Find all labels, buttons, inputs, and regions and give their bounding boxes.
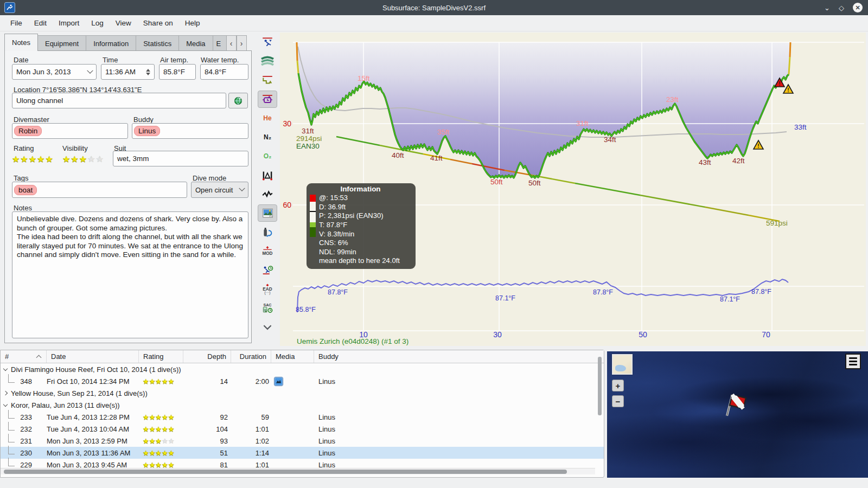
menu-item-log[interactable]: Log xyxy=(86,17,108,29)
star-icon[interactable]: ★ xyxy=(62,154,70,164)
star-icon[interactable]: ★ xyxy=(87,154,95,164)
location-input[interactable]: Ulong channel xyxy=(12,93,226,108)
photos-icon[interactable] xyxy=(258,204,277,222)
tab-equipment[interactable]: Equipment xyxy=(37,35,86,51)
column-header-date[interactable]: Date xyxy=(47,350,139,363)
tab-scroll-left-icon[interactable]: ‹ xyxy=(226,35,237,51)
dive-profile-chart[interactable]: 15ft31ft2914psiEAN3040ft41ft35ft50ft50ft… xyxy=(280,33,866,346)
star-icon[interactable]: ★ xyxy=(155,449,162,457)
tab-scroll-right-icon[interactable]: › xyxy=(237,35,247,51)
divemaster-input[interactable]: Robin xyxy=(12,123,128,139)
star-icon[interactable]: ★ xyxy=(162,413,168,421)
tab-media[interactable]: Media xyxy=(178,35,213,51)
star-icon[interactable]: ★ xyxy=(155,377,162,386)
star-icon[interactable]: ★ xyxy=(143,425,149,433)
air-temp-input[interactable]: 85.8°F xyxy=(159,64,196,80)
star-icon[interactable]: ★ xyxy=(45,154,53,164)
star-icon[interactable]: ★ xyxy=(20,154,28,164)
suit-input[interactable]: wet, 3mm xyxy=(113,151,248,166)
chevron-down-icon[interactable] xyxy=(3,402,8,407)
dive-row-230[interactable]: 230Mon Jun 3, 2013 11:36 AM★★★★★511:14Li… xyxy=(1,447,604,459)
map-menu-button[interactable] xyxy=(845,354,861,369)
star-icon[interactable]: ★ xyxy=(168,425,175,433)
sac-icon[interactable]: SAC xyxy=(258,299,277,317)
nitrogen-graph-icon[interactable]: N₂ xyxy=(258,129,277,146)
dc-time-icon[interactable] xyxy=(258,261,277,279)
mod-icon[interactable]: MOD xyxy=(258,242,277,260)
dive-row-233[interactable]: 233Tue Jun 4, 2013 12:28 PM★★★★★9259Linu… xyxy=(1,411,604,423)
tab-e[interactable]: E xyxy=(213,35,227,51)
star-icon[interactable]: ★ xyxy=(143,413,149,421)
dive-flag-marker[interactable] xyxy=(722,389,749,422)
chevron-right-icon[interactable] xyxy=(3,391,8,395)
oxygen-graph-icon[interactable]: O₂ xyxy=(258,147,277,165)
star-icon[interactable]: ★ xyxy=(149,413,156,421)
star-icon[interactable]: ★ xyxy=(162,377,168,386)
tab-notes[interactable]: Notes xyxy=(4,34,38,51)
star-icon[interactable]: ★ xyxy=(149,377,156,386)
notes-textarea[interactable]: Unbelievable dive. Dozens and dozens of … xyxy=(12,211,248,338)
star-icon[interactable]: ★ xyxy=(168,413,175,421)
star-icon[interactable]: ★ xyxy=(143,449,149,457)
menu-item-import[interactable]: Import xyxy=(54,17,84,29)
column-header-duration[interactable]: Duration xyxy=(231,350,271,363)
dive-mode-icon[interactable] xyxy=(258,34,277,51)
dive-row-232[interactable]: 232Tue Jun 4, 2013 10:04 AM★★★★★1041:01L… xyxy=(1,423,604,435)
scroll-down-icon[interactable] xyxy=(258,318,277,336)
tags-input[interactable]: boat xyxy=(12,182,187,198)
trip-row[interactable]: Koror, Palau, Jun 2013 (11 dive(s)) xyxy=(1,399,604,411)
close-icon[interactable]: ✕ xyxy=(853,3,863,12)
star-icon[interactable]: ★ xyxy=(162,449,168,457)
horizontal-scrollbar[interactable] xyxy=(1,468,595,474)
star-icon[interactable]: ★ xyxy=(162,437,168,445)
star-icon[interactable]: ★ xyxy=(168,377,175,386)
column-header-depth[interactable]: Depth xyxy=(183,350,231,363)
buddy-tag[interactable]: Linus xyxy=(134,126,160,136)
star-icon[interactable]: ★ xyxy=(168,437,175,445)
star-icon[interactable]: ★ xyxy=(29,154,36,164)
minimap-thumbnail[interactable] xyxy=(612,354,633,375)
map-zoom-in-button[interactable]: + xyxy=(612,380,624,391)
star-icon[interactable]: ★ xyxy=(143,377,149,386)
dc-ceiling-icon[interactable] xyxy=(258,91,277,108)
star-icon[interactable]: ★ xyxy=(162,425,168,433)
star-icon[interactable]: ★ xyxy=(149,425,156,433)
date-input[interactable]: Mon Jun 3, 2013 xyxy=(12,64,97,80)
divemaster-tag[interactable]: Robin xyxy=(14,126,42,136)
water-temp-input[interactable]: 84.8°F xyxy=(200,64,248,80)
star-icon[interactable]: ★ xyxy=(168,449,175,457)
star-icon[interactable]: ★ xyxy=(37,154,44,164)
menu-item-file[interactable]: File xyxy=(5,17,27,29)
chevron-down-icon[interactable] xyxy=(3,367,8,371)
dive-mode-select[interactable]: Open circuit xyxy=(191,182,248,198)
star-icon[interactable]: ★ xyxy=(155,425,162,433)
menu-item-help[interactable]: Help xyxy=(180,17,205,29)
tab-information[interactable]: Information xyxy=(86,35,136,51)
star-icon[interactable]: ★ xyxy=(149,449,156,457)
trip-row[interactable]: Yellow House, Sun Sep 21, 2014 (1 dive(s… xyxy=(1,387,604,399)
map-panel[interactable]: + − xyxy=(607,351,868,478)
star-icon[interactable]: ★ xyxy=(155,413,162,421)
time-input[interactable]: 11:36 AM xyxy=(101,64,155,80)
star-icon[interactable]: ★ xyxy=(143,437,149,445)
column-header-num[interactable]: # xyxy=(1,350,47,363)
menu-item-view[interactable]: View xyxy=(111,17,136,29)
map-zoom-out-button[interactable]: − xyxy=(612,395,624,407)
menu-item-share-on[interactable]: Share on xyxy=(138,17,178,29)
ead-icon[interactable]: EAD(···) xyxy=(258,280,277,298)
star-icon[interactable]: ★ xyxy=(12,154,20,164)
buddy-input[interactable]: Linus xyxy=(132,123,248,139)
rating-stars[interactable]: ★★★★★ xyxy=(12,154,53,164)
heartrate-icon[interactable] xyxy=(258,185,277,203)
vertical-scrollbar[interactable] xyxy=(598,357,602,415)
column-header-buddy[interactable]: Buddy xyxy=(314,350,604,363)
maximize-icon[interactable]: ◇ xyxy=(839,4,844,11)
dive-row-231[interactable]: 231Mon Jun 3, 2013 2:59 PM★★★★★931:02Lin… xyxy=(1,435,604,447)
star-icon[interactable]: ★ xyxy=(149,437,156,445)
trip-row[interactable]: Divi Flamingo House Reef, Fri Oct 10, 20… xyxy=(1,363,604,375)
minimize-icon[interactable]: ⌄ xyxy=(824,4,830,11)
gas-change-icon[interactable] xyxy=(258,223,277,241)
star-icon[interactable]: ★ xyxy=(155,437,162,445)
waves-icon[interactable] xyxy=(258,53,277,70)
star-icon[interactable]: ★ xyxy=(95,154,103,164)
